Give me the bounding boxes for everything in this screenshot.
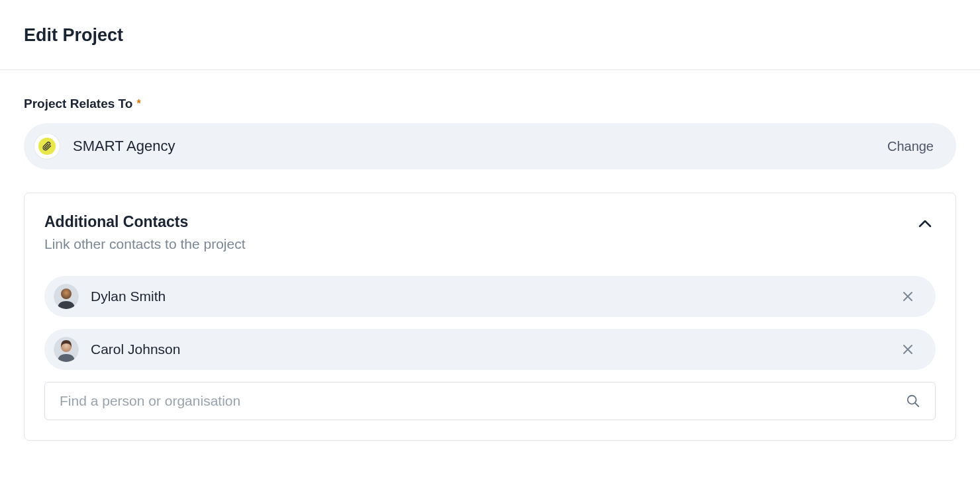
org-name: SMART Agency xyxy=(73,138,175,155)
contact-search-input[interactable] xyxy=(60,393,906,409)
relates-to-pill: SMART Agency Change xyxy=(24,123,956,169)
contact-name: Carol Johnson xyxy=(91,341,180,357)
relates-to-label-text: Project Relates To xyxy=(24,97,132,111)
org-avatar xyxy=(34,134,60,159)
panel-header-text: Additional Contacts Link other contacts … xyxy=(44,213,246,252)
search-row xyxy=(44,382,936,420)
close-icon xyxy=(903,344,913,355)
panel-header: Additional Contacts Link other contacts … xyxy=(44,213,936,252)
collapse-toggle[interactable] xyxy=(918,213,936,228)
required-indicator: * xyxy=(136,99,140,109)
page-content: Project Relates To * SMART Agency Change… xyxy=(0,70,980,454)
remove-contact-button[interactable] xyxy=(900,341,916,357)
relates-to-label: Project Relates To * xyxy=(24,97,956,111)
search-icon xyxy=(906,394,920,408)
contact-name: Dylan Smith xyxy=(91,289,166,304)
contact-chip: Dylan Smith xyxy=(44,276,936,317)
change-button[interactable]: Change xyxy=(887,139,934,154)
additional-contacts-title: Additional Contacts xyxy=(44,213,246,231)
paperclip-icon xyxy=(42,142,52,151)
relates-to-org: SMART Agency xyxy=(34,134,175,159)
svg-point-1 xyxy=(61,289,72,299)
page-title: Edit Project xyxy=(24,25,956,46)
contact-left: Carol Johnson xyxy=(54,337,180,362)
avatar xyxy=(54,337,79,362)
page-header: Edit Project xyxy=(0,0,980,70)
contact-left: Dylan Smith xyxy=(54,284,166,309)
contact-chip: Carol Johnson xyxy=(44,329,936,370)
close-icon xyxy=(903,291,913,302)
svg-line-9 xyxy=(915,403,919,407)
additional-contacts-subtitle: Link other contacts to the project xyxy=(44,236,246,252)
org-avatar-inner xyxy=(38,138,56,155)
remove-contact-button[interactable] xyxy=(900,289,916,304)
chevron-up-icon xyxy=(918,220,932,228)
avatar xyxy=(54,284,79,309)
additional-contacts-panel: Additional Contacts Link other contacts … xyxy=(24,193,956,441)
